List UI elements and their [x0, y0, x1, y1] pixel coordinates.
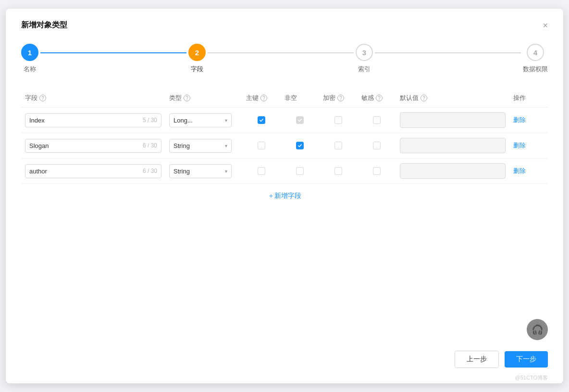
row2-not-null-checkbox[interactable] [296, 142, 304, 149]
step-line-1-2 [40, 52, 186, 53]
step-2-circle: 2 [188, 44, 206, 61]
row3-sensitive-checkbox[interactable] [373, 167, 381, 175]
row1-encrypt-cell [319, 116, 358, 124]
stepper: 1 名称 2 字段 3 索引 4 数据权限 [21, 44, 548, 74]
table-header: 字段 ? 类型 ? 主键 ? 非空 加密 ? 敏感 ? 默认值 ? 操作 [21, 89, 548, 108]
dialog-footer: 上一步 下一步 [455, 351, 548, 368]
row1-field-count: 5 / 30 [143, 117, 157, 123]
step-line-2-3 [208, 52, 354, 53]
row2-field-input[interactable]: Slogan 6 / 30 [25, 139, 161, 153]
chevron-down-icon: ▾ [225, 118, 227, 123]
field-info-icon[interactable]: ? [39, 95, 46, 101]
row2-not-null-cell [281, 142, 319, 149]
th-field: 字段 ? [21, 94, 165, 102]
chevron-down-icon: ▾ [225, 143, 227, 148]
row2-type-select[interactable]: String ▾ [169, 139, 232, 153]
sensitive-info-icon[interactable]: ? [376, 95, 383, 101]
type-info-icon[interactable]: ? [184, 95, 190, 101]
row3-delete-button[interactable]: 删除 [513, 167, 526, 175]
prev-step-button[interactable]: 上一步 [455, 351, 499, 368]
step-3-label: 索引 [358, 65, 371, 74]
row3-default-input[interactable] [400, 163, 506, 179]
dialog-title: 新增对象类型 [21, 20, 67, 30]
step-1-label: 名称 [24, 65, 36, 74]
row3-field-name: author [29, 168, 47, 175]
row3-default-cell [396, 163, 509, 179]
row1-type-cell: Long... ▾ [165, 113, 242, 127]
row1-delete-button[interactable]: 删除 [513, 116, 526, 124]
th-sensitive: 敏感 ? [358, 94, 396, 102]
table-row: Index 5 / 30 Long... ▾ [21, 108, 548, 133]
close-icon[interactable]: × [543, 21, 548, 30]
step-line-3-4 [375, 52, 521, 53]
row2-encrypt-checkbox[interactable] [334, 142, 342, 149]
step-1-circle: 1 [21, 44, 38, 61]
th-encrypt: 加密 ? [319, 94, 358, 102]
row3-field-input[interactable]: author 6 / 30 [25, 164, 161, 178]
row3-field-cell: author 6 / 30 [21, 164, 165, 178]
row2-type-cell: String ▾ [165, 139, 242, 153]
row1-field-cell: Index 5 / 30 [21, 113, 165, 127]
row3-primary-key-cell [242, 167, 281, 175]
row1-field-input[interactable]: Index 5 / 30 [25, 113, 161, 127]
row3-action-cell: 删除 [509, 167, 548, 175]
row1-not-null-checkbox[interactable] [296, 116, 304, 124]
row3-type-select[interactable]: String ▾ [169, 164, 232, 178]
table-row: author 6 / 30 String ▾ 删除 [21, 159, 548, 184]
th-not-null: 非空 [281, 94, 319, 102]
row2-default-input[interactable] [400, 138, 506, 153]
row3-not-null-checkbox[interactable] [296, 167, 304, 175]
watermark: @51CTO博客 [515, 374, 548, 381]
row2-field-cell: Slogan 6 / 30 [21, 139, 165, 153]
add-field-button[interactable]: ＋新增字段 [21, 184, 548, 208]
th-default: 默认值 ? [396, 94, 509, 102]
chevron-down-icon: ▾ [225, 169, 227, 174]
row3-encrypt-cell [319, 167, 358, 175]
step-3-circle: 3 [356, 44, 373, 61]
row3-type-cell: String ▾ [165, 164, 242, 178]
th-primary-key: 主键 ? [242, 94, 281, 102]
row3-not-null-cell [281, 167, 319, 175]
th-type: 类型 ? [165, 94, 242, 102]
step-4-label: 数据权限 [523, 65, 548, 74]
row2-default-cell [396, 138, 509, 153]
row3-encrypt-checkbox[interactable] [334, 167, 342, 175]
row2-field-count: 6 / 30 [143, 142, 157, 149]
row2-primary-key-cell [242, 142, 281, 149]
encrypt-info-icon[interactable]: ? [337, 95, 344, 101]
row3-primary-key-checkbox[interactable] [258, 167, 265, 175]
step-3: 3 索引 [356, 44, 373, 74]
step-1: 1 名称 [21, 44, 38, 74]
support-fab-button[interactable]: 🎧 [527, 319, 548, 340]
row1-default-input[interactable] [400, 112, 506, 128]
row2-delete-button[interactable]: 删除 [513, 141, 526, 150]
row2-primary-key-checkbox[interactable] [258, 142, 265, 149]
row1-primary-key-cell [242, 116, 281, 124]
table-row: Slogan 6 / 30 String ▾ 删除 [21, 133, 548, 159]
add-object-type-dialog: 新增对象类型 × 1 名称 2 字段 3 索引 4 数据权限 字段 ? [6, 9, 563, 383]
row2-field-name: Slogan [29, 142, 49, 149]
dialog-header: 新增对象类型 × [21, 20, 548, 30]
row1-field-name: Index [29, 117, 45, 124]
row1-type-select[interactable]: Long... ▾ [169, 113, 232, 127]
th-operation: 操作 [509, 94, 548, 102]
step-2: 2 字段 [188, 44, 206, 74]
row1-sensitive-checkbox[interactable] [373, 116, 381, 124]
row2-sensitive-cell [358, 142, 396, 149]
step-2-label: 字段 [191, 65, 203, 74]
row2-action-cell: 删除 [509, 141, 548, 150]
row3-sensitive-cell [358, 167, 396, 175]
row1-encrypt-checkbox[interactable] [334, 116, 342, 124]
step-4: 4 数据权限 [523, 44, 548, 74]
row2-sensitive-checkbox[interactable] [373, 142, 381, 149]
step-4-circle: 4 [527, 44, 544, 61]
row1-action-cell: 删除 [509, 116, 548, 124]
primary-key-info-icon[interactable]: ? [260, 95, 267, 101]
row1-primary-key-checkbox[interactable] [258, 116, 265, 124]
row1-sensitive-cell [358, 116, 396, 124]
headset-icon: 🎧 [532, 324, 544, 335]
row1-default-cell [396, 112, 509, 128]
row3-field-count: 6 / 30 [143, 168, 157, 174]
default-info-icon[interactable]: ? [421, 95, 427, 101]
next-step-button[interactable]: 下一步 [505, 351, 548, 368]
